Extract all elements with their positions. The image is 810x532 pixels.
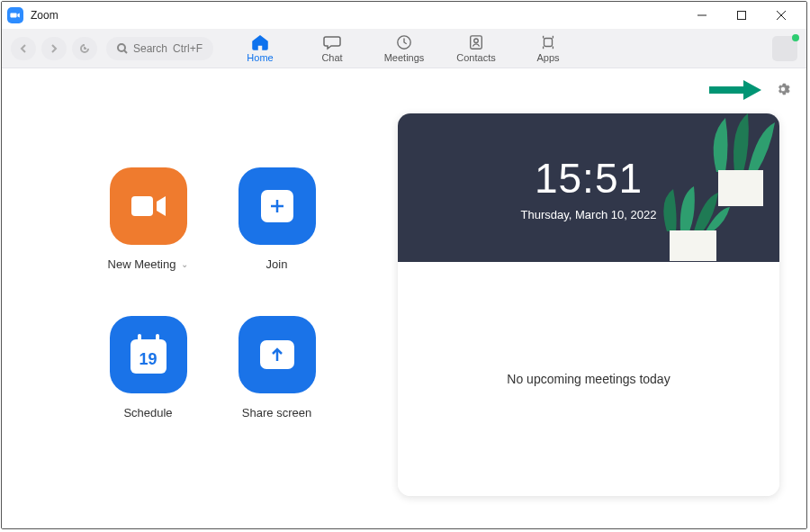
share-screen-tile: Share screen: [220, 316, 333, 419]
svg-point-4: [118, 44, 125, 51]
minimize-button[interactable]: [682, 2, 722, 29]
presence-dot-icon: [792, 34, 799, 41]
maximize-button[interactable]: [722, 2, 761, 29]
tab-home[interactable]: Home: [238, 34, 283, 63]
share-screen-button[interactable]: [238, 316, 316, 393]
svg-rect-14: [709, 86, 743, 94]
join-tile: Join: [220, 167, 333, 271]
calendar-icon: 19: [130, 339, 166, 374]
plus-icon: [261, 190, 293, 222]
new-meeting-label[interactable]: New Meeting ⌄: [108, 257, 189, 271]
meetings-list: No upcoming meetings today: [398, 262, 779, 496]
content-area: New Meeting ⌄ Join: [2, 68, 806, 528]
nav-forward-button[interactable]: [41, 37, 67, 60]
share-up-icon: [260, 340, 294, 369]
main-tabs: Home Chat Meetings Contacts Apps: [238, 34, 571, 63]
schedule-panel: 15:51 Thursday, March 10, 2022 No upcomi…: [398, 113, 806, 528]
nav-history-button[interactable]: [72, 37, 97, 60]
annotation-arrow-icon: [709, 78, 763, 105]
nav-back-button[interactable]: [11, 37, 36, 60]
svg-point-8: [474, 38, 479, 42]
window-controls: [682, 2, 801, 29]
search-icon: [117, 43, 128, 54]
svg-rect-16: [131, 196, 153, 216]
tab-meetings[interactable]: Meetings: [382, 34, 427, 63]
svg-rect-21: [670, 230, 716, 261]
join-label: Join: [266, 257, 288, 271]
titlebar: Zoom: [2, 2, 806, 29]
home-icon: [251, 34, 269, 50]
share-screen-label: Share screen: [242, 406, 311, 419]
svg-line-5: [124, 50, 127, 53]
svg-rect-9: [544, 38, 553, 46]
new-meeting-tile: New Meeting ⌄: [92, 167, 204, 271]
no-meetings-message: No upcoming meetings today: [507, 372, 670, 386]
chat-icon: [323, 34, 341, 50]
apps-icon: [539, 34, 557, 50]
schedule-tile: 19 Schedule: [92, 316, 204, 419]
tab-contacts[interactable]: Contacts: [454, 34, 499, 63]
video-icon: [130, 193, 167, 220]
app-title: Zoom: [31, 9, 58, 22]
clock-time: 15:51: [535, 154, 643, 203]
tab-apps[interactable]: Apps: [526, 34, 571, 63]
join-button[interactable]: [238, 167, 316, 245]
schedule-button[interactable]: 19: [110, 316, 187, 393]
schedule-label: Schedule: [123, 406, 172, 419]
clock-icon: [395, 34, 413, 50]
app-window: Zoom Search Ctrl+F Home Chat: [1, 1, 807, 529]
contacts-icon: [467, 34, 485, 50]
clock-area: 15:51 Thursday, March 10, 2022: [398, 113, 779, 262]
svg-marker-15: [743, 80, 761, 100]
search-shortcut: Ctrl+F: [173, 42, 202, 55]
toolbar: Search Ctrl+F Home Chat Meetings Contact…: [2, 29, 806, 68]
gear-icon: [776, 82, 790, 96]
tab-chat[interactable]: Chat: [310, 34, 355, 63]
calendar-card: 15:51 Thursday, March 10, 2022 No upcomi…: [398, 113, 779, 496]
new-meeting-button[interactable]: [110, 167, 187, 245]
close-button[interactable]: [761, 2, 801, 29]
actions-panel: New Meeting ⌄ Join: [2, 113, 398, 528]
search-label: Search: [133, 42, 167, 55]
clock-date: Thursday, March 10, 2022: [521, 208, 657, 221]
svg-rect-1: [738, 12, 746, 20]
zoom-logo-icon: [7, 7, 23, 23]
plant-decoration-icon: [653, 182, 734, 262]
profile-avatar[interactable]: [772, 36, 797, 61]
settings-button[interactable]: [776, 82, 790, 100]
search-input[interactable]: Search Ctrl+F: [106, 37, 213, 60]
chevron-down-icon: ⌄: [181, 259, 188, 269]
